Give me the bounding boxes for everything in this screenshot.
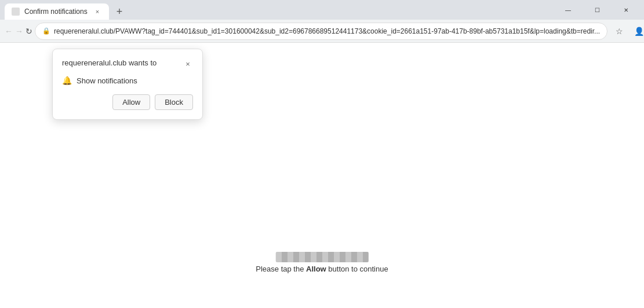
striped-bar <box>275 252 368 262</box>
popup-permission-row: 🔔 Show notifications <box>62 76 193 85</box>
nav-right-buttons: ☆ 👤 ⋮ <box>610 22 644 41</box>
bottom-message: Please tap the Allow button to continue <box>256 265 388 273</box>
popup-close-button[interactable]: × <box>183 58 193 69</box>
notification-popup: requereneralul.club wants to × 🔔 Show no… <box>52 49 203 120</box>
title-bar: Confirm notifications × + — ☐ ✕ <box>0 0 644 20</box>
bottom-text-area: Please tap the Allow button to continue <box>256 252 388 273</box>
account-icon: 👤 <box>634 27 644 36</box>
new-tab-button[interactable]: + <box>111 3 128 20</box>
popup-title: requereneralul.club wants to <box>62 58 157 67</box>
minimize-button[interactable]: — <box>555 0 581 20</box>
back-icon: ← <box>5 27 13 36</box>
browser-content: requereneralul.club wants to × 🔔 Show no… <box>0 43 644 308</box>
reload-icon: ↻ <box>26 27 32 36</box>
account-button[interactable]: 👤 <box>630 22 644 41</box>
star-icon: ☆ <box>616 27 623 36</box>
active-tab[interactable]: Confirm notifications × <box>5 3 109 20</box>
window-controls: — ☐ ✕ <box>555 0 639 20</box>
address-bar[interactable]: 🔒 requereneralul.club/PVAWW?tag_id=74440… <box>35 23 607 40</box>
tab-bar: Confirm notifications × + <box>5 0 555 20</box>
allow-button[interactable]: Allow <box>112 94 150 110</box>
url-text: requereneralul.club/PVAWW?tag_id=744401&… <box>54 27 600 35</box>
browser-window: Confirm notifications × + — ☐ ✕ ← → ↻ 🔒 … <box>0 0 644 308</box>
forward-icon: → <box>15 27 23 36</box>
permission-text: Show notifications <box>77 76 137 85</box>
bell-icon: 🔔 <box>62 76 72 85</box>
popup-buttons: Allow Block <box>62 94 193 110</box>
lock-icon: 🔒 <box>42 27 50 35</box>
close-button[interactable]: ✕ <box>613 0 639 20</box>
bottom-message-prefix: Please tap the <box>256 265 306 273</box>
block-button[interactable]: Block <box>155 94 193 110</box>
reload-button[interactable]: ↻ <box>26 22 32 41</box>
forward-button[interactable]: → <box>15 22 23 41</box>
tab-title: Confirm notifications <box>24 8 88 16</box>
back-button[interactable]: ← <box>5 22 13 41</box>
popup-header: requereneralul.club wants to × <box>62 58 193 69</box>
bottom-message-suffix: button to continue <box>326 265 388 273</box>
nav-bar: ← → ↻ 🔒 requereneralul.club/PVAWW?tag_id… <box>0 20 644 43</box>
bookmark-button[interactable]: ☆ <box>610 22 628 41</box>
maximize-button[interactable]: ☐ <box>584 0 610 20</box>
tab-favicon <box>12 8 20 16</box>
tab-close-button[interactable]: × <box>93 7 102 16</box>
bottom-message-bold: Allow <box>306 265 326 273</box>
